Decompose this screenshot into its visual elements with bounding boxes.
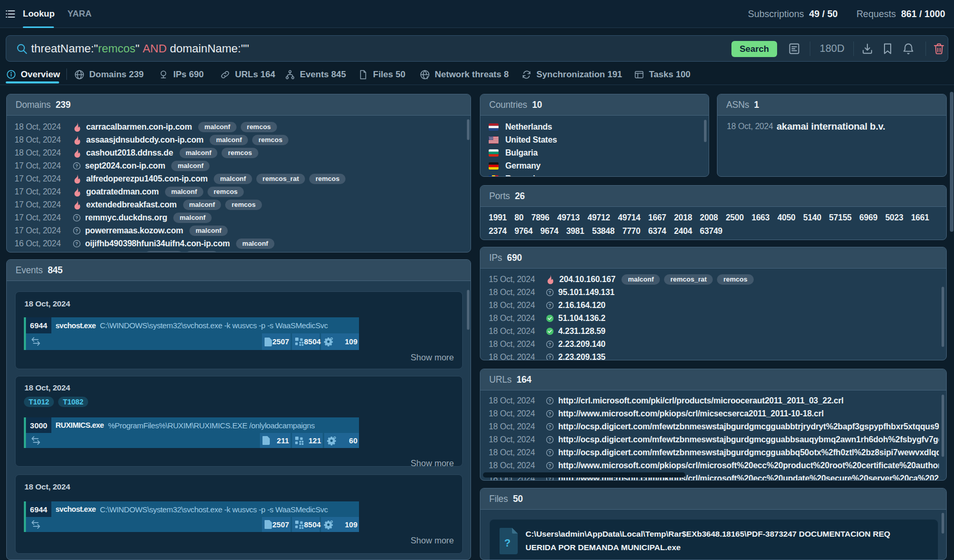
svg-text:?: ? [75, 215, 78, 220]
svg-text:?: ? [548, 290, 551, 295]
svg-text:?: ? [548, 342, 551, 347]
svg-text:?: ? [548, 398, 551, 403]
svg-text:?: ? [548, 411, 551, 416]
svg-text:?: ? [548, 355, 551, 360]
svg-text:?: ? [548, 303, 551, 308]
svg-text:?: ? [504, 537, 510, 549]
svg-text:?: ? [75, 241, 78, 246]
svg-text:?: ? [75, 228, 78, 233]
svg-text:?: ? [548, 437, 551, 442]
svg-text:?: ? [548, 450, 551, 455]
svg-text:?: ? [548, 463, 551, 468]
svg-text:?: ? [548, 424, 551, 429]
svg-text:?: ? [75, 163, 78, 169]
